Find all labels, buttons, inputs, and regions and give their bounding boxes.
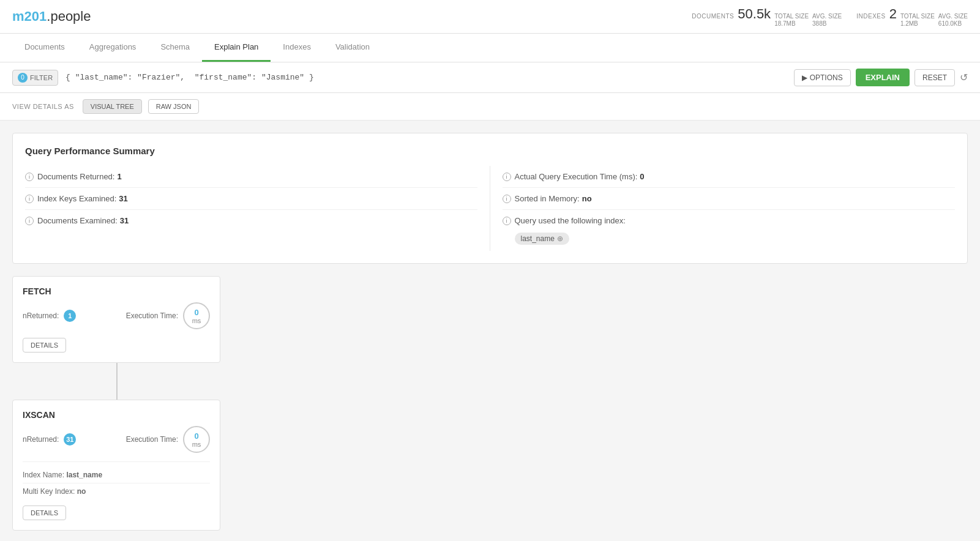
documents-stat: DOCUMENTS 50.5k TOTAL SIZE 18.7MB AVG. S… [692, 6, 842, 27]
visual-tree-button[interactable]: VISUAL TREE [83, 99, 142, 114]
ixscan-nreturned-label: nReturned: [23, 435, 59, 444]
ixscan-multikey-label: Multi Key Index: [23, 487, 75, 496]
idx-total-size-label: TOTAL SIZE [900, 13, 935, 20]
avg-size-label: AVG. SIZE [812, 13, 842, 20]
exec-time-row: i Actual Query Execution Time (ms): 0 [503, 166, 956, 188]
ixscan-index-name-label: Index Name: [23, 471, 64, 479]
logo-dot-people: .people [47, 9, 91, 24]
raw-json-button[interactable]: RAW JSON [148, 99, 200, 114]
info-icon-query-index: i [503, 217, 511, 225]
index-name: last_name [521, 234, 555, 243]
index-arrow-icon: ⊕ [557, 234, 563, 243]
nav-item-aggregations[interactable]: Aggregations [77, 34, 149, 62]
docs-examined-label: Documents Examined: [37, 216, 118, 225]
index-keys-examined-row: i Index Keys Examined: 31 [25, 188, 477, 210]
refresh-button[interactable]: ↺ [960, 72, 968, 83]
info-icon-docs-examined: i [25, 217, 34, 225]
fetch-stage-card: FETCH nReturned: 1 Execution Time: 0 ms … [12, 276, 220, 363]
main-content: Query Performance Summary i Documents Re… [0, 121, 980, 541]
logo-m201: m201 [12, 9, 47, 24]
filter-label: FILTER [30, 74, 53, 81]
ixscan-details-button[interactable]: DETAILS [23, 506, 66, 520]
fetch-exec-time-row: Execution Time: 0 ms [126, 302, 210, 329]
ixscan-exec-circle: 0 ms [183, 426, 210, 453]
nav-item-indexes[interactable]: Indexes [271, 34, 323, 62]
fetch-nreturned-row: nReturned: 1 [23, 310, 76, 322]
documents-examined-row: i Documents Examined: 31 [25, 210, 477, 231]
info-icon-sorted-memory: i [503, 195, 511, 203]
nav-item-schema[interactable]: Schema [148, 34, 202, 62]
idx-total-size-value: 1.2MB [900, 20, 935, 27]
app-header: m201 .people DOCUMENTS 50.5k TOTAL SIZE … [0, 0, 980, 34]
options-button[interactable]: ▶ OPTIONS [794, 69, 851, 86]
stages-area: FETCH nReturned: 1 Execution Time: 0 ms … [12, 276, 968, 531]
options-arrow-icon: ▶ [802, 73, 807, 82]
reset-button[interactable]: RESET [915, 69, 955, 86]
documents-value: 50.5k [738, 6, 771, 22]
exec-time-value: 0 [640, 172, 644, 181]
view-label: VIEW DETAILS AS [12, 103, 74, 110]
index-keys-value: 31 [119, 194, 127, 203]
indexes-sub: TOTAL SIZE 1.2MB [900, 13, 935, 27]
ixscan-stage-title: IXSCAN [23, 410, 210, 420]
ixscan-index-name-row: Index Name: last_name [23, 467, 210, 483]
nav-item-documents[interactable]: Documents [12, 34, 77, 62]
summary-right-col: i Actual Query Execution Time (ms): 0 i … [490, 166, 956, 251]
info-icon-docs-returned: i [25, 173, 34, 181]
docs-examined-value: 31 [120, 216, 129, 225]
exec-time-label: Actual Query Execution Time (ms): [515, 172, 638, 181]
ixscan-multikey-value: no [77, 487, 86, 496]
documents-label: DOCUMENTS [692, 13, 734, 20]
docs-returned-label: Documents Returned: [37, 172, 114, 181]
fetch-exec-time-label: Execution Time: [126, 312, 178, 320]
fetch-stage-title: FETCH [23, 286, 210, 296]
ixscan-stage-card: IXSCAN nReturned: 31 Execution Time: 0 m… [12, 400, 220, 531]
summary-left-col: i Documents Returned: 1 i Index Keys Exa… [25, 166, 490, 251]
fetch-nreturned-label: nReturned: [23, 312, 59, 320]
ixscan-nreturned-row: nReturned: 31 [23, 433, 76, 446]
total-size-label: TOTAL SIZE [774, 13, 809, 20]
view-bar: VIEW DETAILS AS VISUAL TREE RAW JSON [0, 93, 980, 121]
indexes-label: INDEXES [856, 13, 885, 20]
idx-avg-size-label: AVG. SIZE [938, 13, 968, 20]
sorted-memory-row: i Sorted in Memory: no [503, 188, 956, 210]
summary-grid: i Documents Returned: 1 i Index Keys Exa… [25, 166, 955, 251]
fetch-exec-circle: 0 ms [183, 302, 210, 329]
indexes-stat: INDEXES 2 TOTAL SIZE 1.2MB AVG. SIZE 610… [856, 6, 968, 27]
idx-avg-size-value: 610.0KB [938, 20, 968, 27]
fetch-nreturned-value: 1 [64, 310, 76, 322]
filter-count: 0 [18, 73, 28, 83]
query-index-label: Query used the following index: [515, 216, 626, 225]
avg-size-group: AVG. SIZE 388B [812, 13, 842, 27]
sorted-memory-label: Sorted in Memory: [515, 194, 580, 203]
avg-size-value: 388B [812, 20, 842, 27]
explain-button[interactable]: EXPLAIN [856, 69, 910, 86]
main-nav: Documents Aggregations Schema Explain Pl… [0, 34, 980, 62]
ixscan-exec-time-label: Execution Time: [126, 435, 178, 444]
sorted-memory-value: no [582, 194, 592, 203]
index-badge: last_name ⊕ [515, 233, 569, 245]
app-logo: m201 .people [12, 9, 91, 24]
info-icon-index-keys: i [25, 195, 34, 203]
ixscan-exec-value: 0 [194, 431, 198, 441]
ixscan-index-name-value: last_name [66, 471, 102, 479]
filter-input[interactable] [63, 70, 789, 84]
nav-item-validation[interactable]: Validation [323, 34, 382, 62]
query-performance-summary: Query Performance Summary i Documents Re… [12, 133, 968, 264]
info-icon-exec-time: i [503, 173, 511, 181]
index-keys-label: Index Keys Examined: [37, 194, 116, 203]
ixscan-exec-time-row: Execution Time: 0 ms [126, 426, 210, 453]
fetch-exec-value: 0 [194, 308, 198, 317]
documents-returned-row: i Documents Returned: 1 [25, 166, 477, 188]
header-stats: DOCUMENTS 50.5k TOTAL SIZE 18.7MB AVG. S… [692, 6, 968, 27]
total-size-value: 18.7MB [774, 20, 809, 27]
fetch-exec-unit: ms [192, 317, 201, 324]
summary-title: Query Performance Summary [25, 146, 955, 156]
ixscan-exec-unit: ms [192, 441, 201, 448]
nav-item-explain-plan[interactable]: Explain Plan [202, 34, 271, 62]
idx-avg-size-group: AVG. SIZE 610.0KB [938, 13, 968, 27]
ixscan-multikey-row: Multi Key Index: no [23, 483, 210, 499]
fetch-details-button[interactable]: DETAILS [23, 338, 66, 353]
indexes-value: 2 [889, 6, 897, 22]
filter-bar: 0 FILTER ▶ OPTIONS EXPLAIN RESET ↺ [0, 62, 980, 93]
